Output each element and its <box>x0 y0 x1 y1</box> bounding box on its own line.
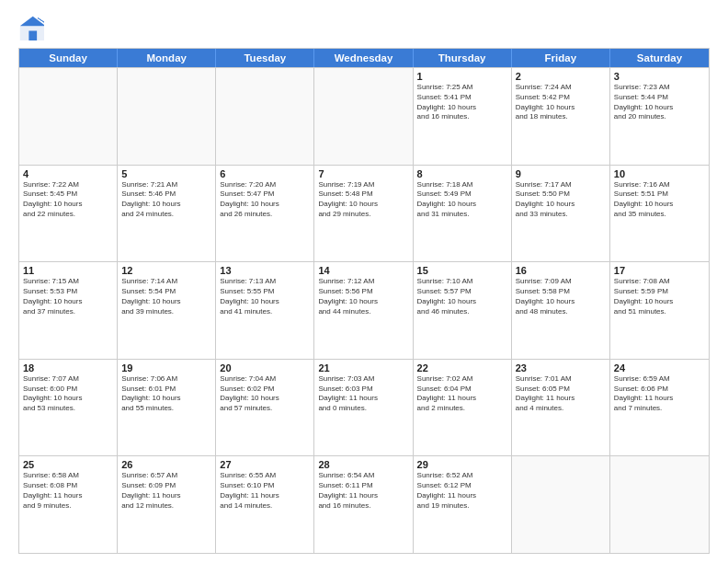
day-cell-22: 22Sunrise: 7:02 AM Sunset: 6:04 PM Dayli… <box>414 360 512 456</box>
calendar-body: 1Sunrise: 7:25 AM Sunset: 5:41 PM Daylig… <box>19 67 709 553</box>
day-number: 14 <box>318 265 408 276</box>
day-number: 18 <box>23 362 113 373</box>
header <box>18 15 710 40</box>
day-number: 23 <box>516 362 606 373</box>
day-cell-20: 20Sunrise: 7:04 AM Sunset: 6:02 PM Dayli… <box>216 360 314 456</box>
day-info: Sunrise: 7:08 AM Sunset: 5:59 PM Dayligh… <box>614 277 705 316</box>
day-cell-4: 4Sunrise: 7:22 AM Sunset: 5:45 PM Daylig… <box>19 166 118 262</box>
day-number: 3 <box>614 71 705 82</box>
day-info: Sunrise: 7:18 AM Sunset: 5:49 PM Dayligh… <box>417 180 507 220</box>
day-cell-10: 10Sunrise: 7:16 AM Sunset: 5:51 PM Dayli… <box>610 166 709 262</box>
day-number: 17 <box>614 265 705 276</box>
day-info: Sunrise: 7:22 AM Sunset: 5:45 PM Dayligh… <box>23 180 113 220</box>
day-info: Sunrise: 7:07 AM Sunset: 6:00 PM Dayligh… <box>23 374 113 414</box>
day-info: Sunrise: 7:02 AM Sunset: 6:04 PM Dayligh… <box>417 374 507 414</box>
day-info: Sunrise: 6:54 AM Sunset: 6:11 PM Dayligh… <box>318 471 408 511</box>
week-row-1: 1Sunrise: 7:25 AM Sunset: 5:41 PM Daylig… <box>19 67 709 165</box>
day-cell-29: 29Sunrise: 6:52 AM Sunset: 6:12 PM Dayli… <box>414 456 512 553</box>
day-cell-28: 28Sunrise: 6:54 AM Sunset: 6:11 PM Dayli… <box>314 456 413 553</box>
day-cell-27: 27Sunrise: 6:55 AM Sunset: 6:10 PM Dayli… <box>216 456 314 553</box>
day-info: Sunrise: 7:14 AM Sunset: 5:54 PM Dayligh… <box>121 277 211 316</box>
header-day-friday: Friday <box>512 49 610 67</box>
week-row-3: 11Sunrise: 7:15 AM Sunset: 5:53 PM Dayli… <box>19 261 709 359</box>
day-number: 19 <box>121 362 211 373</box>
day-number: 9 <box>516 168 606 179</box>
day-number: 20 <box>220 362 310 373</box>
day-number: 15 <box>417 265 507 276</box>
day-info: Sunrise: 7:13 AM Sunset: 5:55 PM Dayligh… <box>220 277 310 316</box>
day-info: Sunrise: 7:17 AM Sunset: 5:50 PM Dayligh… <box>516 180 606 220</box>
day-cell-23: 23Sunrise: 7:01 AM Sunset: 6:05 PM Dayli… <box>512 360 610 456</box>
day-cell-1: 1Sunrise: 7:25 AM Sunset: 5:41 PM Daylig… <box>414 68 512 165</box>
header-day-wednesday: Wednesday <box>314 49 413 67</box>
day-number: 27 <box>220 459 310 470</box>
day-number: 6 <box>220 168 310 179</box>
day-cell-25: 25Sunrise: 6:58 AM Sunset: 6:08 PM Dayli… <box>19 456 118 553</box>
day-cell-13: 13Sunrise: 7:13 AM Sunset: 5:55 PM Dayli… <box>216 262 314 359</box>
page: SundayMondayTuesdayWednesdayThursdayFrid… <box>0 0 728 563</box>
day-cell-3: 3Sunrise: 7:23 AM Sunset: 5:44 PM Daylig… <box>610 68 709 165</box>
day-cell-18: 18Sunrise: 7:07 AM Sunset: 6:00 PM Dayli… <box>19 360 118 456</box>
day-number: 22 <box>417 362 507 373</box>
header-day-tuesday: Tuesday <box>216 49 314 67</box>
day-info: Sunrise: 6:59 AM Sunset: 6:06 PM Dayligh… <box>614 374 705 414</box>
calendar-header-row: SundayMondayTuesdayWednesdayThursdayFrid… <box>19 49 709 67</box>
header-day-monday: Monday <box>118 49 216 67</box>
day-number: 2 <box>516 71 606 82</box>
day-cell-26: 26Sunrise: 6:57 AM Sunset: 6:09 PM Dayli… <box>118 456 216 553</box>
day-cell-9: 9Sunrise: 7:17 AM Sunset: 5:50 PM Daylig… <box>512 166 610 262</box>
svg-rect-3 <box>28 31 37 41</box>
logo <box>18 15 48 40</box>
day-cell-16: 16Sunrise: 7:09 AM Sunset: 5:58 PM Dayli… <box>512 262 610 359</box>
day-number: 7 <box>318 168 408 179</box>
day-number: 13 <box>220 265 310 276</box>
empty-cell <box>118 68 216 165</box>
day-info: Sunrise: 7:21 AM Sunset: 5:46 PM Dayligh… <box>121 180 211 220</box>
day-number: 25 <box>23 459 113 470</box>
svg-marker-1 <box>20 17 44 27</box>
day-cell-2: 2Sunrise: 7:24 AM Sunset: 5:42 PM Daylig… <box>512 68 610 165</box>
day-info: Sunrise: 6:55 AM Sunset: 6:10 PM Dayligh… <box>220 471 310 511</box>
day-info: Sunrise: 7:09 AM Sunset: 5:58 PM Dayligh… <box>516 277 606 316</box>
week-row-4: 18Sunrise: 7:07 AM Sunset: 6:00 PM Dayli… <box>19 359 709 456</box>
calendar: SundayMondayTuesdayWednesdayThursdayFrid… <box>18 48 710 554</box>
day-number: 4 <box>23 168 113 179</box>
day-info: Sunrise: 7:16 AM Sunset: 5:51 PM Dayligh… <box>614 180 705 220</box>
day-cell-6: 6Sunrise: 7:20 AM Sunset: 5:47 PM Daylig… <box>216 166 314 262</box>
day-info: Sunrise: 6:52 AM Sunset: 6:12 PM Dayligh… <box>417 471 507 511</box>
day-cell-19: 19Sunrise: 7:06 AM Sunset: 6:01 PM Dayli… <box>118 360 216 456</box>
day-cell-5: 5Sunrise: 7:21 AM Sunset: 5:46 PM Daylig… <box>118 166 216 262</box>
day-cell-12: 12Sunrise: 7:14 AM Sunset: 5:54 PM Dayli… <box>118 262 216 359</box>
day-number: 16 <box>516 265 606 276</box>
day-number: 10 <box>614 168 705 179</box>
day-cell-11: 11Sunrise: 7:15 AM Sunset: 5:53 PM Dayli… <box>19 262 118 359</box>
logo-icon <box>18 15 44 40</box>
week-row-2: 4Sunrise: 7:22 AM Sunset: 5:45 PM Daylig… <box>19 165 709 262</box>
day-number: 12 <box>121 265 211 276</box>
day-info: Sunrise: 7:06 AM Sunset: 6:01 PM Dayligh… <box>121 374 211 414</box>
day-info: Sunrise: 7:10 AM Sunset: 5:57 PM Dayligh… <box>417 277 507 316</box>
day-info: Sunrise: 7:24 AM Sunset: 5:42 PM Dayligh… <box>516 83 606 122</box>
day-number: 26 <box>121 459 211 470</box>
day-number: 21 <box>318 362 408 373</box>
day-info: Sunrise: 7:12 AM Sunset: 5:56 PM Dayligh… <box>318 277 408 316</box>
day-cell-7: 7Sunrise: 7:19 AM Sunset: 5:48 PM Daylig… <box>314 166 413 262</box>
day-cell-15: 15Sunrise: 7:10 AM Sunset: 5:57 PM Dayli… <box>414 262 512 359</box>
day-number: 28 <box>318 459 408 470</box>
day-info: Sunrise: 6:57 AM Sunset: 6:09 PM Dayligh… <box>121 471 211 511</box>
day-number: 29 <box>417 459 507 470</box>
header-day-sunday: Sunday <box>19 49 118 67</box>
day-info: Sunrise: 7:15 AM Sunset: 5:53 PM Dayligh… <box>23 277 113 316</box>
day-number: 24 <box>614 362 705 373</box>
day-info: Sunrise: 6:58 AM Sunset: 6:08 PM Dayligh… <box>23 471 113 511</box>
day-cell-21: 21Sunrise: 7:03 AM Sunset: 6:03 PM Dayli… <box>314 360 413 456</box>
day-info: Sunrise: 7:04 AM Sunset: 6:02 PM Dayligh… <box>220 374 310 414</box>
day-number: 11 <box>23 265 113 276</box>
empty-cell <box>19 68 118 165</box>
day-info: Sunrise: 7:23 AM Sunset: 5:44 PM Dayligh… <box>614 83 705 122</box>
day-info: Sunrise: 7:01 AM Sunset: 6:05 PM Dayligh… <box>516 374 606 414</box>
header-day-saturday: Saturday <box>610 49 709 67</box>
day-cell-14: 14Sunrise: 7:12 AM Sunset: 5:56 PM Dayli… <box>314 262 413 359</box>
day-number: 1 <box>417 71 507 82</box>
day-cell-17: 17Sunrise: 7:08 AM Sunset: 5:59 PM Dayli… <box>610 262 709 359</box>
